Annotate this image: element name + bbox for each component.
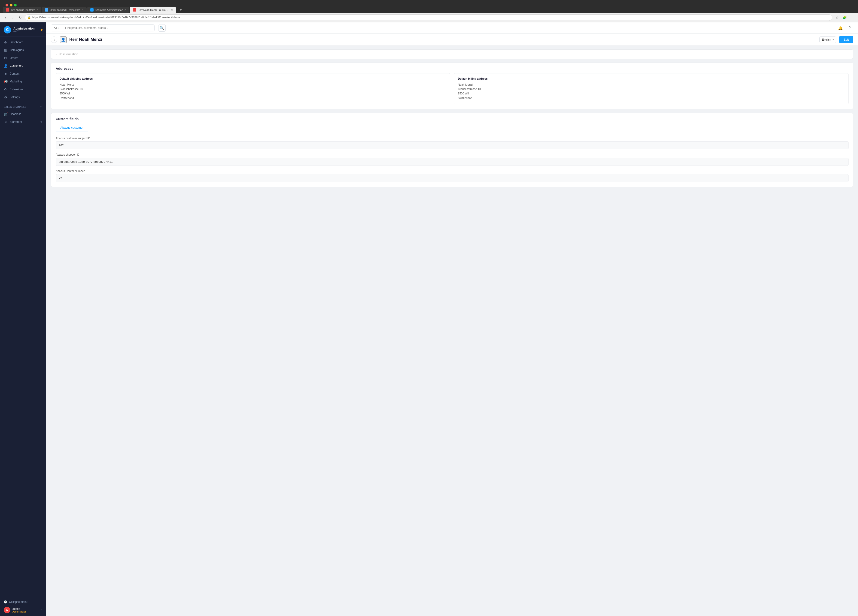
customers-icon: 👤 xyxy=(4,64,8,68)
shipping-address-country: Switzerland xyxy=(60,96,446,101)
orders-icon: ◻ xyxy=(4,56,8,60)
sidebar-item-catalogues[interactable]: ▦ Catalogues xyxy=(0,46,46,54)
sidebar-item-settings[interactable]: ⚙ Settings xyxy=(0,93,46,101)
custom-fields-card: Custom fields Abacus customer Abacus cus… xyxy=(51,113,853,187)
shipping-address-name: Noah Menzi xyxy=(60,83,446,87)
tab-demostore[interactable]: Order finished | Demostore × xyxy=(42,7,86,13)
sidebar-item-dashboard[interactable]: ⊙ Dashboard xyxy=(0,38,46,46)
tab-favicon xyxy=(6,8,9,12)
forward-nav-button[interactable]: › xyxy=(10,15,16,20)
filter-button[interactable]: All ▾ xyxy=(51,25,62,31)
billing-address-type: Default billing address xyxy=(458,77,845,80)
field-input-debtor-number[interactable] xyxy=(56,174,849,182)
tab-close-icon[interactable]: × xyxy=(36,8,38,12)
browser-chrome: Ihre Abacus-Plattform × Order finished |… xyxy=(0,0,858,13)
content-area: - No information Addresses Default shipp… xyxy=(46,46,858,191)
sidebar: C Administration 6.6.7.1 ⊙ Dashboard ▦ C… xyxy=(0,22,46,616)
field-input-shopper-id[interactable] xyxy=(56,158,849,166)
topbar: All ▾ 🔍 🔔 ? xyxy=(46,22,858,34)
sidebar-item-content[interactable]: ◈ Content xyxy=(0,70,46,78)
notifications-button[interactable]: 🔔 xyxy=(837,24,844,32)
sidebar-item-label: Settings xyxy=(10,96,20,99)
sidebar-item-label: Catalogues xyxy=(10,48,24,52)
user-info: A admin Administrator ⌃ xyxy=(4,607,42,613)
tab-close-icon[interactable]: × xyxy=(171,8,173,12)
back-nav-button[interactable]: ‹ xyxy=(3,15,8,20)
search-input[interactable] xyxy=(62,25,155,31)
app: C Administration 6.6.7.1 ⊙ Dashboard ▦ C… xyxy=(0,22,858,616)
billing-address-city: 9500 Wil xyxy=(458,92,845,96)
sidebar-item-marketing[interactable]: 📢 Marketing xyxy=(0,78,46,85)
sidebar-item-label: Dashboard xyxy=(10,40,23,44)
cf-body: Abacus customer subject ID Abacus shoppe… xyxy=(51,132,853,187)
no-info-text: No information xyxy=(58,53,78,56)
page-header: ‹ 👤 Herr Noah Menzi English ▾ Edit xyxy=(46,34,858,46)
reload-nav-button[interactable]: ↻ xyxy=(17,15,23,20)
tab-close-icon[interactable]: × xyxy=(124,8,126,12)
sidebar-logo: C Administration 6.6.7.1 xyxy=(0,22,46,36)
user-role: Administrator xyxy=(12,610,38,613)
close-window-button[interactable] xyxy=(6,4,8,6)
sidebar-item-label: Customers xyxy=(10,64,23,67)
cf-tabs: Abacus customer xyxy=(56,124,849,132)
app-version: 6.6.7.1 xyxy=(13,30,35,33)
tab-close-icon[interactable]: × xyxy=(82,8,83,12)
extensions-icon: ⟳ xyxy=(4,87,8,91)
edit-button[interactable]: Edit xyxy=(839,36,853,43)
user-name: admin xyxy=(12,607,38,610)
back-button[interactable]: ‹ xyxy=(51,36,57,43)
tab-favicon xyxy=(45,8,48,12)
settings-icon: ⚙ xyxy=(4,95,8,99)
storefront-icon: 🖥 xyxy=(4,120,8,124)
lock-icon: 🔒 xyxy=(28,16,31,19)
billing-address-street: Glärischstrasse 13 xyxy=(458,87,845,92)
collapse-menu-label: Collapse menu xyxy=(9,600,28,604)
tab-shopware[interactable]: Shopware Administration × xyxy=(87,7,129,13)
main: All ▾ 🔍 🔔 ? ‹ 👤 Herr Noah Menzi xyxy=(46,22,858,616)
chevron-down-icon: ▾ xyxy=(833,38,834,41)
dash-label: - xyxy=(56,53,57,56)
browser-toolbar: ‹ › ↻ 🔒 https://abacus.sw.webwirkungdev.… xyxy=(0,13,858,22)
customer-icon-button[interactable]: 👤 xyxy=(60,36,67,43)
language-select[interactable]: English ▾ xyxy=(819,36,836,43)
sidebar-item-orders[interactable]: ◻ Orders xyxy=(0,54,46,62)
sidebar-item-extensions[interactable]: ⟳ Extensions xyxy=(0,85,46,93)
sidebar-item-customers[interactable]: 👤 Customers xyxy=(0,62,46,70)
traffic-light-buttons xyxy=(3,2,855,6)
tab-label: Shopware Administration xyxy=(95,9,123,11)
field-input-subject-id[interactable] xyxy=(56,141,849,149)
logo-text: Administration 6.6.7.1 xyxy=(13,27,35,33)
menu-button[interactable]: ⋮ xyxy=(849,14,855,21)
sidebar-item-storefront[interactable]: 🖥 Storefront 👁 xyxy=(0,118,46,126)
maximize-window-button[interactable] xyxy=(14,4,17,6)
billing-address-card: Default billing address Noah Menzi Gläri… xyxy=(454,73,849,104)
tab-abacus-customer[interactable]: Abacus customer xyxy=(56,124,88,132)
tab-abacus[interactable]: Ihre Abacus-Plattform × xyxy=(3,7,41,13)
tab-customer-active[interactable]: Herr Noah Menzi | Customers | × xyxy=(130,7,176,13)
page-content: ‹ 👤 Herr Noah Menzi English ▾ Edit - No … xyxy=(46,34,858,616)
sales-channels-label: Sales Channels xyxy=(4,106,26,108)
field-group-shopper-id: Abacus shopper ID xyxy=(56,153,849,166)
extensions-button[interactable]: 🧩 xyxy=(841,14,848,21)
app-title: Administration xyxy=(13,27,35,30)
language-value: English xyxy=(822,38,831,41)
new-tab-button[interactable]: + xyxy=(177,6,184,13)
user-chevron-icon[interactable]: ⌃ xyxy=(40,608,42,611)
url-text: https://abacus.sw.webwirkungdev.ch/admin… xyxy=(32,15,180,20)
catalogues-icon: ▦ xyxy=(4,48,8,52)
sidebar-item-headless[interactable]: 🛒 Headless xyxy=(0,110,46,118)
add-sales-channel-button[interactable]: ⊕ xyxy=(39,105,42,109)
logo-icon: C xyxy=(4,26,11,34)
address-bar[interactable]: 🔒 https://abacus.sw.webwirkungdev.ch/adm… xyxy=(25,14,832,20)
chevron-down-icon: ▾ xyxy=(58,27,59,29)
bookmark-button[interactable]: ☆ xyxy=(834,14,841,21)
help-button[interactable]: ? xyxy=(846,24,853,32)
browser-tabs: Ihre Abacus-Plattform × Order finished |… xyxy=(3,6,855,13)
collapse-menu-button[interactable]: 🕐 Collapse menu xyxy=(4,599,42,605)
marketing-icon: 📢 xyxy=(4,80,8,83)
billing-address-country: Switzerland xyxy=(458,96,845,101)
sidebar-bottom: 🕐 Collapse menu A admin Administrator ⌃ xyxy=(0,596,46,616)
search-icon-button[interactable]: 🔍 xyxy=(158,24,166,32)
minimize-window-button[interactable] xyxy=(10,4,12,6)
toolbar-actions: ☆ 🧩 ⋮ xyxy=(834,14,855,21)
